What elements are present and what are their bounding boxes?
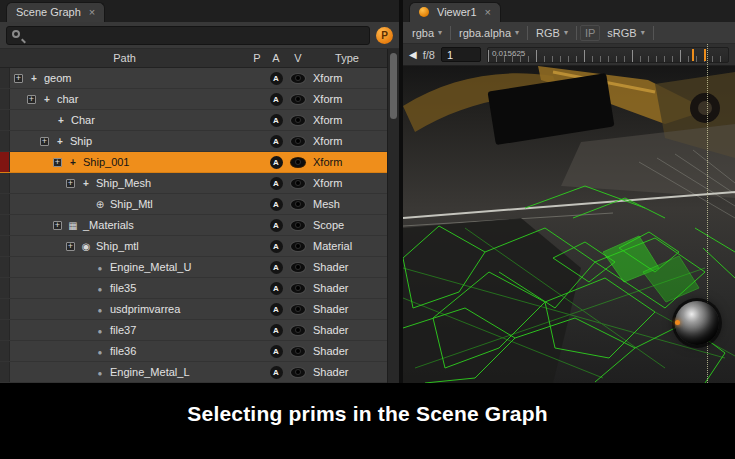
column-path[interactable]: Path [0,52,249,64]
timeline-ruler[interactable]: 0.015625 [487,47,729,63]
viewer-framebar: ◀ f/8 1 0.015625 [403,44,735,66]
visibility-eye-icon[interactable] [291,263,305,272]
visibility-eye-icon[interactable] [291,95,305,104]
visibility-eye-icon[interactable] [291,179,305,188]
active-badge[interactable]: A [270,219,283,232]
prim-type: Xform [309,72,385,84]
expander-icon[interactable] [14,74,23,83]
trackball-widget[interactable] [675,301,719,345]
column-a[interactable]: A [265,52,287,64]
shader-icon [93,346,107,357]
column-type[interactable]: Type [309,52,385,64]
viewer-viewport[interactable] [403,66,735,383]
visibility-eye-icon[interactable] [291,74,305,83]
visibility-cell [287,137,309,146]
active-cell: A [265,114,287,127]
active-cell: A [265,282,287,295]
expander-icon[interactable] [66,179,75,188]
toolbar-rgb[interactable]: RGB▾ [531,25,573,41]
row-select-strip [0,341,10,361]
prim-type: Shader [309,366,385,378]
visibility-eye-icon[interactable] [291,284,305,293]
filter-p-button[interactable]: P [376,27,393,44]
prim-type: Xform [309,114,385,126]
expander-icon[interactable] [40,137,49,146]
tree-row-geom[interactable]: geomAXform [0,68,399,89]
column-v[interactable]: V [287,52,309,64]
prim-type: Xform [309,156,385,168]
visibility-eye-icon[interactable] [291,137,305,146]
tree-row-file35[interactable]: file35AShader [0,278,399,299]
tree-row-char[interactable]: charAXform [0,89,399,110]
visibility-eye-icon[interactable] [291,326,305,335]
tree-row-ship_mtl[interactable]: Ship_MtlAMesh [0,194,399,215]
visibility-cell [287,263,309,272]
search-input[interactable] [6,26,370,45]
visibility-eye-icon[interactable] [291,158,305,167]
visibility-eye-icon[interactable] [291,221,305,230]
visibility-eye-icon[interactable] [291,242,305,251]
active-badge[interactable]: A [270,324,283,337]
tree-row-_materials[interactable]: _MaterialsAScope [0,215,399,236]
active-badge[interactable]: A [270,345,283,358]
tab-viewer1[interactable]: Viewer1 × [409,2,501,22]
xform-icon [40,94,54,105]
visibility-eye-icon[interactable] [291,305,305,314]
expander-icon[interactable] [53,221,62,230]
active-badge[interactable]: A [270,261,283,274]
scrollbar-thumb[interactable] [390,53,397,119]
active-badge[interactable]: A [270,93,283,106]
tree-row-engine_metal_u[interactable]: Engine_Metal_UAShader [0,257,399,278]
tree-row-engine_metal_l[interactable]: Engine_Metal_LAShader [0,362,399,383]
column-p[interactable]: P [249,52,265,64]
chevron-down-icon: ▾ [641,28,645,37]
close-icon[interactable]: × [485,7,491,18]
xform-icon [79,178,93,189]
toolbar-srgb[interactable]: sRGB▾ [602,25,649,41]
active-badge[interactable]: A [270,135,283,148]
frame-number-field[interactable]: 1 [441,47,481,62]
visibility-eye-icon[interactable] [291,368,305,377]
prim-type: Shader [309,261,385,273]
expander-icon[interactable] [27,95,36,104]
prev-frame-icon[interactable]: ◀ [409,49,417,60]
close-icon[interactable]: × [89,7,95,18]
prim-name: _Materials [83,219,134,231]
tree-row-ship_mtl[interactable]: Ship_mtlAMaterial [0,236,399,257]
vertical-scrollbar[interactable] [387,49,399,383]
tree-row-ship[interactable]: ShipAXform [0,131,399,152]
toolbar-rgba[interactable]: rgba▾ [407,25,447,41]
active-badge[interactable]: A [270,303,283,316]
visibility-eye-icon[interactable] [291,347,305,356]
visibility-eye-icon[interactable] [291,200,305,209]
active-badge[interactable]: A [270,156,283,169]
tab-scene-graph[interactable]: Scene Graph × [6,2,105,22]
active-badge[interactable]: A [270,366,283,379]
toolbar-item-label: rgba [412,27,434,39]
tree-row-file37[interactable]: file37AShader [0,320,399,341]
visibility-eye-icon[interactable] [291,116,305,125]
tree-row-file36[interactable]: file36AShader [0,341,399,362]
frame-range-marker[interactable] [692,49,706,61]
tree-row-ship_mesh[interactable]: Ship_MeshAXform [0,173,399,194]
tree-row-char[interactable]: CharAXform [0,110,399,131]
toolbar-rgba-alpha[interactable]: rgba.alpha▾ [454,25,524,41]
caption-bar: Selecting prims in the Scene Graph [0,383,735,459]
tree-row-ship_001[interactable]: Ship_001AXform [0,152,399,173]
viewer-panel: Viewer1 × rgba▾rgba.alpha▾RGB▾IPsRGB▾ ◀ … [403,0,735,383]
row-select-strip [0,320,10,340]
active-badge[interactable]: A [270,114,283,127]
active-badge[interactable]: A [270,282,283,295]
active-badge[interactable]: A [270,72,283,85]
expander-icon[interactable] [66,242,75,251]
prim-name: Ship_Mtl [110,198,153,210]
expander-icon[interactable] [53,158,62,167]
active-badge[interactable]: A [270,177,283,190]
row-select-strip [0,215,10,235]
toolbar-ip[interactable]: IP [580,25,600,41]
fstop-label[interactable]: f/8 [423,49,435,61]
prim-type: Material [309,240,385,252]
active-badge[interactable]: A [270,198,283,211]
active-badge[interactable]: A [270,240,283,253]
tree-row-usdprimvarrea[interactable]: usdprimvarreaAShader [0,299,399,320]
